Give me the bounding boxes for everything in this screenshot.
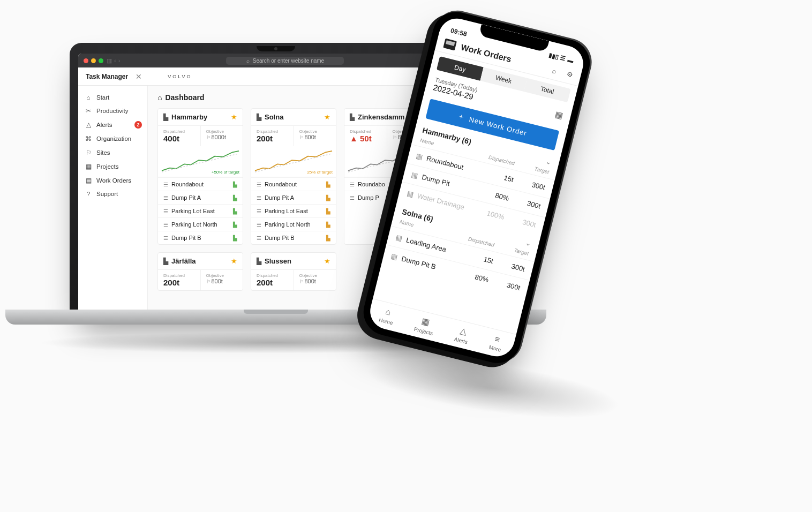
order-icon: ▤ [406, 189, 414, 198]
minimize-dot[interactable] [91, 58, 96, 63]
order-dispatched: 15t [481, 168, 515, 184]
sidebar-icon: ▦ [85, 163, 92, 170]
list-icon: ☰ [257, 195, 261, 201]
nav-fwd-icon[interactable]: › [118, 57, 121, 64]
star-icon[interactable]: ★ [324, 257, 330, 265]
tab-label: Home [378, 317, 394, 326]
card-header: ▙ Järfälla ★ [158, 253, 243, 270]
sidebar-item-work-orders[interactable]: ▤ Work Orders [78, 174, 147, 187]
site-card: ▙ Slussen ★ Dispatched 200t Objective ⚐8… [251, 252, 336, 291]
star-icon[interactable]: ★ [231, 113, 237, 121]
site-icon: ▙ [350, 114, 355, 121]
app-topbar: Task Manager ✕ VOLVO [78, 67, 473, 86]
project-name: Dump Pit B [265, 235, 323, 241]
order-icon: ▤ [395, 233, 403, 242]
list-icon: ☰ [350, 195, 355, 201]
sidebar-item-start[interactable]: ⌂ Start [78, 91, 147, 104]
star-icon[interactable]: ★ [324, 113, 330, 121]
tab-projects[interactable]: ▦ Projects [413, 314, 437, 336]
sidebar-item-label: Alerts [96, 122, 112, 128]
star-icon[interactable]: ★ [231, 257, 237, 265]
project-row[interactable]: ☰ Roundabout ▙ [158, 177, 243, 191]
tab-alerts[interactable]: △ Alerts [454, 325, 471, 345]
tab-icon: ⌂ [385, 307, 392, 318]
app-title: Task Manager [86, 73, 128, 80]
site-name: Zinkensdamm [358, 113, 414, 121]
trend-chart: 25% of target [251, 146, 336, 177]
nav-back-icon[interactable]: ‹ [114, 57, 116, 64]
objective-value: ⚐800t [299, 278, 331, 284]
signal-icon: ▮▮▯ [548, 51, 559, 61]
tab-label: Alerts [454, 336, 468, 345]
chart-note: 25% of target [307, 170, 333, 175]
site-icon: ▙ [257, 258, 261, 265]
card-header: ▙ Solna ★ [251, 109, 336, 126]
brand-logo: VOLVO [168, 74, 192, 79]
project-row[interactable]: ☰ Dump Pit B ▙ [158, 231, 243, 244]
project-name: Parking Lot North [171, 221, 230, 228]
close-dot[interactable] [84, 58, 88, 63]
trend-chart: +50% of target [158, 146, 243, 177]
project-row[interactable]: ☰ Dump Pit A ▙ [158, 191, 243, 204]
trend-icon: ▙ [233, 182, 237, 187]
alert-badge: 2 [134, 121, 142, 129]
metric-label: Dispatched [163, 273, 195, 278]
list-icon: ☰ [163, 195, 168, 201]
project-row[interactable]: ☰ Dump Pit B ▙ [251, 231, 336, 244]
project-name: Dump Pit B [171, 235, 230, 241]
card-header: ▙ Hammarby ★ [158, 109, 243, 126]
dispatched-value: 200t [257, 134, 288, 143]
close-icon[interactable]: ✕ [136, 72, 142, 81]
project-list: ☰ Roundabout ▙ ☰ Dump Pit A ▙ ☰ Parking … [158, 177, 243, 244]
tab-home[interactable]: ⌂ Home [378, 306, 396, 326]
list-icon: ☰ [163, 235, 168, 241]
project-row[interactable]: ☰ Parking Lot North ▙ [251, 217, 336, 231]
trend-icon: ▙ [233, 208, 237, 214]
window-traffic-lights[interactable] [84, 58, 103, 63]
search-icon[interactable]: ⌕ [551, 66, 557, 74]
project-row[interactable]: ☰ Parking Lot East ▙ [158, 204, 243, 217]
calendar-icon[interactable]: ▦ [554, 109, 564, 121]
sidebar-item-projects[interactable]: ▦ Projects [78, 160, 147, 174]
trend-icon: ▙ [233, 195, 237, 201]
sidebar-icon: ✂ [85, 107, 92, 115]
site-name: Slussen [265, 257, 321, 265]
sidebar-item-sites[interactable]: ⚐ Sites [78, 146, 147, 160]
project-name: Dump Pit A [171, 194, 230, 201]
sidebar-item-support[interactable]: ? Support [78, 187, 147, 200]
project-name: Roundabout [265, 181, 323, 187]
maximize-dot[interactable] [99, 58, 103, 63]
project-row[interactable]: ☰ Dump Pit A ▙ [251, 191, 336, 204]
sidebar-item-label: Projects [96, 163, 119, 170]
laptop-camera [257, 46, 295, 51]
tab-more[interactable]: ≡ More [488, 333, 505, 353]
list-icon: ☰ [163, 222, 168, 228]
project-row[interactable]: ☰ Parking Lot North ▙ [158, 217, 243, 231]
metrics: Dispatched 400t Objective ⚐8000t [158, 126, 243, 146]
list-icon: ☰ [257, 222, 261, 228]
search-placeholder: Search or enter website name [253, 58, 324, 64]
dispatched-value: 200t [163, 278, 195, 287]
trend-icon: ▙ [326, 182, 330, 187]
gear-icon[interactable]: ⚙ [566, 70, 574, 79]
plus-icon: ＋ [457, 111, 467, 123]
project-row[interactable]: ☰ Parking Lot East ▙ [251, 204, 336, 217]
trend-icon: ▙ [233, 235, 237, 241]
sidebar-item-organization[interactable]: ⌘ Organization [78, 132, 147, 146]
sidebar-item-alerts[interactable]: △ Alerts2 [78, 118, 147, 132]
site-icon: ▙ [163, 114, 168, 121]
site-icon: ▙ [257, 114, 261, 121]
sidebar-item-label: Productivity [96, 108, 128, 114]
site-icon: ▙ [163, 258, 168, 265]
order-dispatched: 80% [476, 187, 510, 202]
search-icon: ⌕ [246, 58, 250, 64]
chevron-down-icon: ⌄ [524, 238, 532, 247]
browser-search[interactable]: ⌕ Search or enter website name [226, 57, 344, 65]
chevron-down-icon: ⌄ [545, 157, 552, 166]
metric-label: Objective [206, 129, 238, 134]
sidebar-item-label: Support [96, 191, 118, 197]
sidebar-item-productivity[interactable]: ✂ Productivity [78, 104, 147, 118]
project-row[interactable]: ☰ Roundabout ▙ [251, 177, 336, 191]
sidebar-toggle-icon[interactable]: ▥ [107, 57, 112, 64]
order-dispatched: 80% [456, 268, 490, 284]
